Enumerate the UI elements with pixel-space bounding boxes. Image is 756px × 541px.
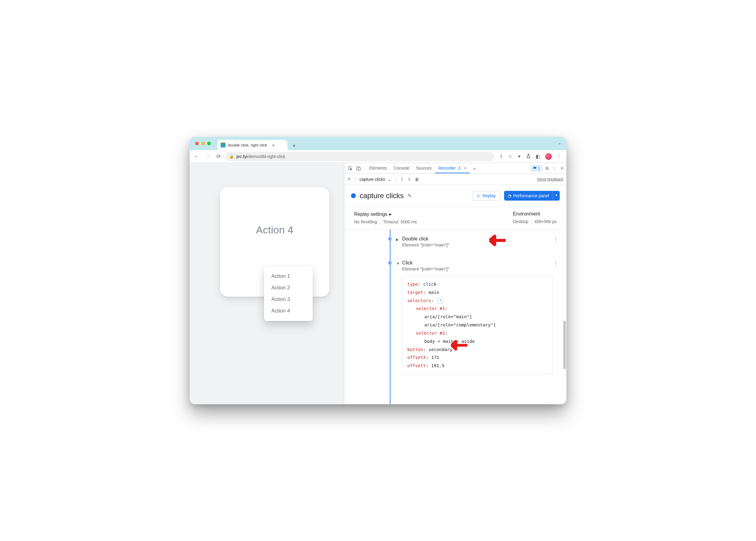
context-menu-item[interactable]: Action 1 xyxy=(264,270,313,282)
play-icon: ▷ xyxy=(477,193,481,198)
tab-close-icon[interactable]: × xyxy=(272,143,275,148)
step-click[interactable]: ⋮ ▼ Click Element "[role="main"]" type: … xyxy=(390,259,567,380)
delete-icon[interactable]: 🗑 xyxy=(415,177,419,182)
step-details[interactable]: type: click target: main selectors: ⬈ se… xyxy=(402,276,553,374)
profile-avatar[interactable] xyxy=(545,153,552,160)
lock-icon: 🔒 xyxy=(229,154,234,159)
recording-header: capture clicks ✎ ▷ Replay ◔ Performance … xyxy=(344,185,567,207)
browser-tab[interactable]: double click, right click × xyxy=(217,140,287,150)
toolbar-actions: ⇪ ☆ ✦ ◧ ⋮ xyxy=(498,153,564,160)
timeout-value: Timeout: 5000 ms xyxy=(383,220,417,224)
env-size: 458×566 px xyxy=(534,219,557,224)
page-viewport[interactable]: Action 4 Action 1 Action 2 Action 3 Acti… xyxy=(189,163,344,404)
chevron-right-icon: ▸ xyxy=(389,211,392,217)
close-window-icon[interactable] xyxy=(195,142,199,145)
step-double-click[interactable]: ⋮ ▶ Double click Element "[role="main"]" xyxy=(390,235,567,253)
recording-status-icon xyxy=(351,193,356,198)
tab-console[interactable]: Console xyxy=(391,164,412,173)
context-menu-item[interactable]: Action 4 xyxy=(264,305,313,317)
toolbar: ← → ⟳ 🔒 jec.fyi/demo/dbl-right-click ⇪ ☆… xyxy=(189,150,567,163)
browser-menu-icon[interactable]: ⋮ xyxy=(557,154,562,159)
devtools-menu-icon[interactable]: ⋮ xyxy=(552,166,557,171)
experiments-icon[interactable] xyxy=(526,154,531,160)
side-panel-icon[interactable]: ◧ xyxy=(536,154,540,159)
tab-elements[interactable]: Elements xyxy=(366,164,390,173)
selector-picker-icon[interactable]: ⬈ xyxy=(438,298,443,303)
inspect-element-icon[interactable] xyxy=(346,165,354,172)
bookmark-icon[interactable]: ☆ xyxy=(508,154,512,159)
tab-title: double click, right click xyxy=(228,143,267,147)
tab-recorder[interactable]: Recorder × xyxy=(435,164,470,173)
step-subtitle: Element "[role="main"]" xyxy=(402,242,560,248)
tab-sources[interactable]: Sources xyxy=(413,164,435,173)
address-bar[interactable]: 🔒 jec.fyi/demo/dbl-right-click xyxy=(225,152,494,161)
extensions-icon[interactable]: ✦ xyxy=(517,154,521,159)
svg-rect-2 xyxy=(359,168,361,170)
reload-button[interactable]: ⟳ xyxy=(214,153,222,161)
performance-dropdown-icon[interactable]: ▾ xyxy=(553,191,560,201)
context-menu-item[interactable]: Action 2 xyxy=(264,282,313,293)
forward-button[interactable]: → xyxy=(203,153,211,161)
step-title: Double click xyxy=(402,236,428,242)
step-title: Click xyxy=(402,260,413,266)
tab-overflow-icon[interactable]: ⌄ xyxy=(558,141,562,145)
share-icon[interactable]: ⇪ xyxy=(499,154,503,159)
recorder-toolbar: + capture clicks ⌄ ⇧ ⇩ 🗑 Send feedback xyxy=(344,174,567,185)
step-menu-icon[interactable]: ⋮ xyxy=(553,260,559,267)
context-menu-item[interactable]: Action 3 xyxy=(264,293,313,305)
browser-window: double click, right click × + ⌄ ← → ⟳ 🔒 … xyxy=(189,137,567,404)
replay-settings-block[interactable]: Replay settings ▸ No throttling | Timeou… xyxy=(354,211,417,224)
tab-strip: double click, right click × + ⌄ xyxy=(189,137,567,150)
step-node-icon xyxy=(388,238,391,241)
more-tabs-icon[interactable]: » xyxy=(470,165,478,172)
maximize-window-icon[interactable] xyxy=(207,142,211,145)
edit-title-icon[interactable]: ✎ xyxy=(408,193,412,199)
export-icon[interactable]: ⇧ xyxy=(400,177,404,182)
favicon-icon xyxy=(220,143,225,147)
throttling-value: No throttling xyxy=(354,220,377,224)
steps-panel: ⋮ ▶ Double click Element "[role="main"]"… xyxy=(344,230,567,404)
step-subtitle: Element "[role="main"]" xyxy=(402,266,560,271)
issues-badge[interactable]: 1 xyxy=(531,165,542,172)
collapse-icon[interactable]: ▼ xyxy=(396,262,400,266)
minimize-window-icon[interactable] xyxy=(201,142,205,145)
recording-title: capture clicks xyxy=(359,192,404,200)
import-icon[interactable]: ⇩ xyxy=(408,177,411,182)
send-feedback-link[interactable]: Send feedback xyxy=(537,177,564,182)
devtools-settings-icon[interactable]: ⚙ xyxy=(545,166,549,171)
back-button[interactable]: ← xyxy=(192,153,200,161)
new-tab-button[interactable]: + xyxy=(290,142,298,150)
devtools-panel: Elements Console Sources Recorder × » 1 … xyxy=(344,163,567,404)
environment-block: Environment Desktop | 458×566 px xyxy=(513,211,557,224)
window-controls[interactable] xyxy=(193,137,215,150)
expand-icon[interactable]: ▶ xyxy=(396,238,400,242)
performance-icon: ◔ xyxy=(508,193,512,198)
recording-settings: Replay settings ▸ No throttling | Timeou… xyxy=(344,207,567,230)
replay-button[interactable]: ▷ Replay xyxy=(473,191,501,201)
chevron-down-icon: ⌄ xyxy=(388,177,391,182)
step-node-icon xyxy=(388,262,391,265)
step-menu-icon[interactable]: ⋮ xyxy=(553,236,559,243)
env-device: Desktop xyxy=(513,219,528,224)
context-menu[interactable]: Action 1 Action 2 Action 3 Action 4 xyxy=(264,266,313,321)
demo-card-title: Action 4 xyxy=(256,224,293,236)
performance-panel-button[interactable]: ◔ Performance panel ▾ xyxy=(504,191,560,201)
device-toolbar-icon[interactable] xyxy=(355,165,362,172)
devtools-close-icon[interactable]: × xyxy=(560,166,565,171)
content-area: Action 4 Action 1 Action 2 Action 3 Acti… xyxy=(189,163,567,404)
new-recording-button[interactable]: + xyxy=(347,176,351,182)
recording-selector[interactable]: capture clicks ⌄ xyxy=(359,177,391,182)
url-text: jec.fyi/demo/dbl-right-click xyxy=(236,154,285,159)
devtools-tab-strip: Elements Console Sources Recorder × » 1 … xyxy=(344,163,567,174)
